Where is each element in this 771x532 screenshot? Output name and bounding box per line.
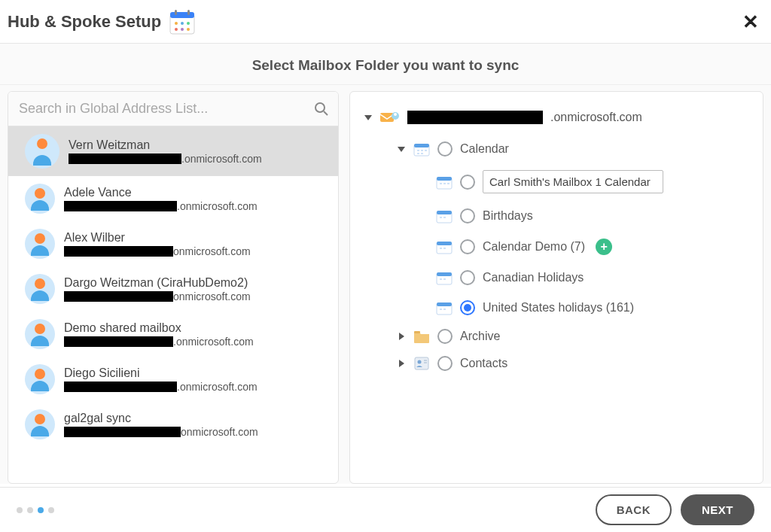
footer-buttons: BACK NEXT — [596, 494, 754, 525]
avatar-icon — [25, 184, 55, 214]
folder-tree-panel: .onmicrosoft.com Calendar — [349, 91, 763, 484]
redacted-text — [407, 111, 543, 124]
svg-rect-42 — [443, 309, 446, 310]
contact-info: Alex Wilber onmicrosoft.com — [64, 231, 251, 257]
close-icon[interactable]: ✕ — [742, 12, 759, 32]
avatar-icon — [25, 229, 55, 259]
svg-point-45 — [418, 360, 422, 364]
caret-right-icon[interactable] — [399, 360, 404, 367]
contact-name: gal2gal sync — [64, 412, 258, 425]
caret-down-icon[interactable] — [398, 147, 405, 152]
redacted-text — [64, 336, 173, 347]
tree-item-calendar-demo[interactable]: Calendar Demo (7) + — [436, 231, 755, 263]
svg-rect-32 — [437, 242, 452, 245]
contact-name: Dargo Weitzman (CiraHubDemo2) — [64, 276, 251, 290]
calendar-icon — [436, 208, 453, 223]
main-area: Vern Weitzman .onmicrosoft.com Adele Van… — [0, 85, 771, 484]
contact-name: Demo shared mailbox — [64, 321, 254, 335]
radio-button[interactable] — [460, 208, 475, 223]
page-title: Hub & Spoke Setup — [8, 12, 161, 32]
svg-rect-36 — [437, 272, 452, 276]
svg-rect-28 — [437, 211, 452, 214]
calendar-icon — [436, 175, 453, 190]
redacted-text — [69, 154, 181, 164]
tree-folder-calendar[interactable]: Calendar — [397, 135, 755, 163]
folder-label: Calendar — [460, 142, 509, 156]
radio-button[interactable] — [460, 270, 475, 285]
tree-item-rename[interactable] — [436, 163, 755, 201]
contact-info: Adele Vance .onmicrosoft.com — [64, 186, 258, 212]
tree-item-us-holidays[interactable]: United States holidays (161) — [436, 293, 755, 323]
folder-label: Calendar Demo (7) — [483, 240, 585, 254]
svg-line-11 — [324, 111, 328, 115]
calendar-icon — [436, 270, 453, 285]
radio-button[interactable] — [437, 141, 453, 157]
contact-name: Adele Vance — [64, 186, 258, 199]
contact-info: Demo shared mailbox .onmicrosoft.com — [64, 321, 254, 348]
svg-rect-16 — [414, 144, 429, 147]
contacts-icon — [413, 356, 430, 371]
progress-dot-active — [38, 507, 44, 513]
progress-dot — [27, 507, 33, 513]
folder-label: Birthdays — [483, 209, 533, 223]
tree-root-row[interactable]: .onmicrosoft.com — [364, 104, 755, 135]
svg-rect-20 — [417, 153, 419, 154]
contact-item[interactable]: Demo shared mailbox .onmicrosoft.com — [8, 312, 338, 357]
contacts-panel: Vern Weitzman .onmicrosoft.com Adele Van… — [8, 91, 339, 484]
contact-item[interactable]: Adele Vance .onmicrosoft.com — [8, 176, 338, 221]
radio-button[interactable] — [460, 175, 475, 190]
contact-item[interactable]: Diego Sicilieni .onmicrosoft.com — [8, 357, 338, 402]
search-wrap — [8, 92, 338, 126]
tree-item-canadian[interactable]: Canadian Holidays — [436, 263, 755, 293]
svg-point-14 — [394, 113, 397, 116]
svg-rect-33 — [440, 248, 442, 249]
contact-email: .onmicrosoft.com — [64, 381, 258, 393]
contact-item[interactable]: Vern Weitzman .onmicrosoft.com — [8, 126, 338, 176]
redacted-text — [64, 427, 181, 437]
folder-rename-input[interactable] — [483, 170, 663, 193]
svg-rect-19 — [425, 150, 427, 151]
subtitle-text: Select Mailbox Folder you want to sync — [0, 57, 771, 74]
contact-item[interactable]: Alex Wilber onmicrosoft.com — [8, 221, 338, 266]
folder-label: Archive — [460, 330, 500, 343]
caret-right-icon[interactable] — [399, 333, 404, 340]
radio-button[interactable] — [460, 239, 475, 254]
radio-button[interactable] — [460, 300, 475, 315]
calendar-icon — [413, 141, 430, 157]
search-icon — [314, 102, 329, 117]
contact-item[interactable]: gal2gal sync onmicrosoft.com — [8, 402, 338, 447]
caret-down-icon[interactable] — [364, 115, 372, 120]
contact-name: Diego Sicilieni — [64, 366, 258, 380]
svg-rect-26 — [447, 183, 449, 184]
contact-email: .onmicrosoft.com — [64, 200, 258, 212]
avatar-icon — [25, 409, 55, 439]
calendar-icon — [169, 8, 196, 35]
tree-folder-contacts[interactable]: Contacts — [397, 350, 755, 377]
tree-item-birthdays[interactable]: Birthdays — [436, 201, 755, 231]
contact-info: gal2gal sync onmicrosoft.com — [64, 412, 258, 438]
svg-rect-37 — [440, 278, 442, 280]
redacted-text — [64, 291, 173, 302]
folder-label: Contacts — [460, 357, 507, 370]
contact-name: Alex Wilber — [64, 231, 251, 245]
contacts-list: Vern Weitzman .onmicrosoft.com Adele Van… — [8, 126, 338, 483]
svg-point-6 — [187, 22, 190, 25]
radio-button[interactable] — [437, 329, 453, 344]
radio-button[interactable] — [437, 356, 453, 371]
plus-icon[interactable]: + — [596, 239, 612, 255]
contact-email: onmicrosoft.com — [64, 426, 258, 438]
svg-rect-1 — [170, 12, 194, 18]
next-button[interactable]: NEXT — [681, 494, 754, 525]
contact-info: Dargo Weitzman (CiraHubDemo2) onmicrosof… — [64, 276, 251, 302]
search-input[interactable] — [8, 92, 338, 126]
svg-rect-38 — [443, 278, 446, 280]
back-button[interactable]: BACK — [596, 494, 672, 525]
svg-rect-44 — [415, 357, 428, 369]
progress-dot — [48, 507, 54, 513]
svg-point-8 — [181, 28, 184, 31]
contact-item[interactable]: Dargo Weitzman (CiraHubDemo2) onmicrosof… — [8, 266, 338, 312]
tree-folder-archive[interactable]: Archive — [397, 323, 755, 350]
redacted-text — [64, 382, 177, 392]
avatar-icon — [25, 134, 59, 169]
svg-rect-17 — [417, 150, 419, 151]
